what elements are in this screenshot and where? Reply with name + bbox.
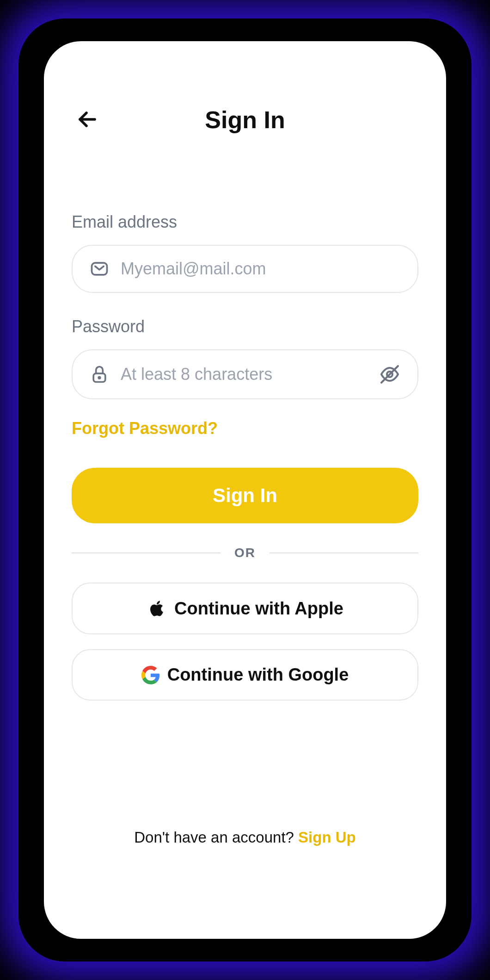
- continue-google-button[interactable]: Continue with Google: [72, 649, 418, 701]
- page-title: Sign In: [72, 106, 418, 134]
- lock-icon: [89, 364, 110, 385]
- password-label: Password: [72, 317, 418, 336]
- email-field-group: Email address: [72, 212, 418, 317]
- continue-apple-button[interactable]: Continue with Apple: [72, 583, 418, 634]
- password-input[interactable]: [121, 365, 379, 384]
- email-label: Email address: [72, 212, 418, 232]
- email-input[interactable]: [121, 259, 401, 279]
- eye-off-icon[interactable]: [379, 363, 401, 385]
- password-input-wrap[interactable]: [72, 349, 418, 399]
- signin-screen: Sign In Email address Password: [44, 41, 446, 939]
- email-input-wrap[interactable]: [72, 245, 418, 293]
- footer-prompt: Don't have an account?: [134, 829, 298, 846]
- signup-link[interactable]: Sign Up: [298, 829, 356, 846]
- svg-point-3: [98, 377, 100, 379]
- footer: Don't have an account? Sign Up: [72, 829, 418, 911]
- divider-text: OR: [220, 546, 270, 560]
- forgot-password-link[interactable]: Forgot Password?: [72, 419, 418, 438]
- back-button[interactable]: [72, 104, 103, 136]
- google-icon: [141, 666, 160, 684]
- divider-line-right: [270, 552, 418, 553]
- password-field-group: Password: [72, 317, 418, 423]
- apple-button-label: Continue with Apple: [174, 599, 343, 619]
- signin-button[interactable]: Sign In: [72, 468, 418, 523]
- divider: OR: [72, 546, 418, 560]
- divider-line-left: [72, 552, 220, 553]
- mail-icon: [89, 259, 110, 279]
- google-button-label: Continue with Google: [167, 665, 349, 685]
- apple-icon: [147, 598, 167, 619]
- header: Sign In: [72, 106, 418, 134]
- arrow-left-icon: [76, 108, 98, 130]
